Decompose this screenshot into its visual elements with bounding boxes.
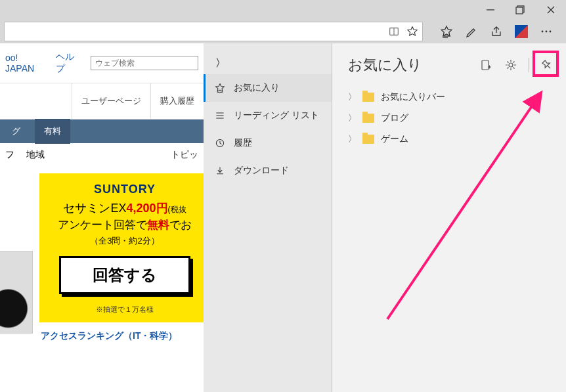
- page-subnav: フ 地域 トピッ: [0, 143, 204, 167]
- user-page-link[interactable]: ユーザーページ: [72, 83, 150, 119]
- page-header: oo! JAPAN ヘルプ: [0, 43, 204, 83]
- more-icon[interactable]: [540, 25, 553, 38]
- favorite-star-icon[interactable]: [406, 26, 418, 37]
- folder-icon: [362, 114, 374, 123]
- hub-item-label: ダウンロード: [234, 165, 289, 177]
- ad-line1: セサミンEX4,200円(税抜: [46, 200, 204, 216]
- address-bar[interactable]: [4, 22, 423, 41]
- favorites-tools: [479, 58, 554, 72]
- folder-icon: [362, 135, 374, 144]
- download-icon: [214, 165, 226, 176]
- nav-item[interactable]: グ: [3, 119, 30, 144]
- content-area: oo! JAPAN ヘルプ ユーザーページ 購入履歴 グ 有料 フ 地域 トピッ…: [0, 43, 566, 392]
- share-icon[interactable]: [490, 25, 503, 38]
- chevron-right-icon: 〉: [348, 112, 356, 124]
- svg-rect-17: [482, 60, 489, 70]
- ad-note: （全3問・約2分）: [46, 235, 204, 247]
- favorites-title: お気に入り: [348, 55, 479, 75]
- hub-item-history[interactable]: 履歴: [204, 129, 332, 157]
- hub-menu: 〉 お気に入り リーディング リスト 履歴 ダウンロード: [204, 43, 332, 392]
- nav-item-paid[interactable]: 有料: [35, 119, 70, 144]
- ad-thumbnail: [0, 251, 33, 334]
- chevron-right-icon: 〉: [348, 91, 356, 103]
- folder-icon: [362, 93, 374, 102]
- favorites-header: お気に入り: [348, 55, 554, 75]
- favorites-folder-row[interactable]: 〉 ゲーム: [348, 129, 554, 150]
- svg-point-9: [542, 31, 544, 33]
- edge-logo-icon: [515, 25, 528, 38]
- folder-name: ブログ: [381, 112, 408, 124]
- pin-icon[interactable]: [540, 58, 554, 72]
- webpage: oo! JAPAN ヘルプ ユーザーページ 購入履歴 グ 有料 フ 地域 トピッ…: [0, 43, 204, 392]
- svg-point-11: [550, 31, 552, 33]
- hub-item-favorites[interactable]: お気に入り: [204, 74, 332, 102]
- close-button[interactable]: [536, 0, 566, 20]
- ad-footnote: ※抽選で１万名様: [46, 305, 204, 315]
- ad-line2: アンケート回答で無料でお: [46, 217, 204, 232]
- reading-view-icon[interactable]: [388, 26, 400, 37]
- favorites-hub-icon[interactable]: [440, 25, 453, 38]
- window-titlebar: [0, 0, 566, 20]
- add-device-icon[interactable]: [479, 58, 493, 72]
- divider: [529, 58, 529, 72]
- purchase-history-link[interactable]: 購入履歴: [150, 83, 204, 119]
- svg-point-10: [546, 31, 548, 33]
- chevron-right-icon: 〉: [348, 133, 356, 145]
- help-link[interactable]: ヘルプ: [56, 51, 83, 75]
- brand-link[interactable]: oo! JAPAN: [5, 53, 48, 74]
- minimize-button[interactable]: [475, 0, 506, 20]
- chevron-right-icon[interactable]: 〉: [204, 53, 332, 74]
- subnav-region[interactable]: 地域: [26, 149, 45, 161]
- ad-brand: SUNTORY: [46, 183, 204, 196]
- folder-name: お気に入りバー: [381, 91, 445, 103]
- hub-item-label: リーディング リスト: [234, 110, 319, 121]
- browser-toolbar: [0, 20, 566, 43]
- hub-item-downloads[interactable]: ダウンロード: [204, 157, 332, 185]
- toolbar-actions: [440, 25, 553, 38]
- web-search-input[interactable]: [91, 56, 198, 70]
- favorites-folder-row[interactable]: 〉 ブログ: [348, 108, 554, 129]
- ranking-caption[interactable]: アクセスランキング（IT・科学）: [39, 330, 204, 342]
- list-icon: [214, 110, 226, 121]
- page-tabs: ユーザーページ 購入履歴: [0, 83, 204, 120]
- hub-item-label: 履歴: [234, 137, 252, 149]
- star-icon: [214, 83, 226, 93]
- hub-item-reading-list[interactable]: リーディング リスト: [204, 102, 332, 129]
- svg-point-18: [509, 63, 513, 67]
- favorites-list: 〉 お気に入りバー 〉 ブログ 〉 ゲーム: [348, 87, 554, 150]
- settings-gear-icon[interactable]: [504, 58, 518, 72]
- history-icon: [214, 138, 226, 148]
- favorites-folder-row[interactable]: 〉 お気に入りバー: [348, 87, 554, 108]
- ad-answer-button[interactable]: 回答する: [59, 256, 190, 294]
- folder-name: ゲーム: [381, 133, 408, 145]
- page-nav: グ 有料: [0, 120, 204, 143]
- maximize-button[interactable]: [506, 0, 536, 20]
- web-note-icon[interactable]: [465, 25, 478, 38]
- svg-rect-2: [516, 7, 523, 14]
- subnav-item[interactable]: フ: [5, 149, 14, 161]
- favorites-panel: お気に入り 〉 お気に入りバー 〉 ブログ 〉 ゲーム: [332, 43, 566, 392]
- hub-item-label: お気に入り: [234, 82, 280, 94]
- subnav-topic[interactable]: トピッ: [171, 149, 198, 161]
